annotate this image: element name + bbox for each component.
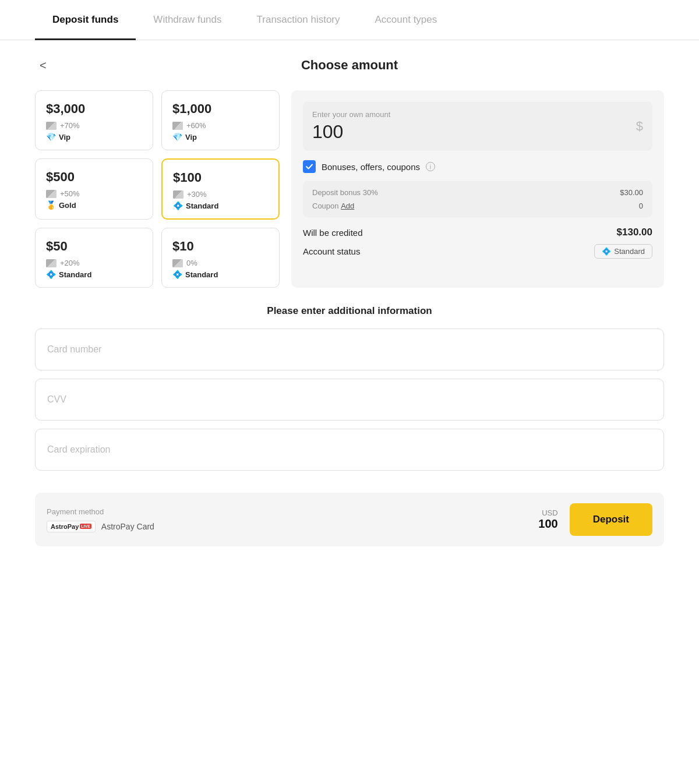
tier-row: 🥇 Gold <box>46 200 142 210</box>
tier-row: 💎 Vip <box>172 132 269 142</box>
payment-amount-block: USD 100 Deposit <box>538 503 652 536</box>
astropay-row: AstroPay LIVE AstroPay Card <box>47 521 154 532</box>
bonus-icon <box>172 259 183 267</box>
credited-value: $130.00 <box>617 227 652 238</box>
bonus-row: +60% <box>172 121 269 130</box>
tier-row: 💠 Standard <box>46 270 142 279</box>
deposit-button[interactable]: Deposit <box>570 503 652 536</box>
cvv-input[interactable] <box>35 379 664 421</box>
bonus-row: 0% <box>172 259 269 267</box>
live-badge: LIVE <box>80 524 91 529</box>
bonus-details: Deposit bonus 30% $30.00 Coupon Add 0 <box>303 181 652 217</box>
right-panel: Enter your own amount 100 $ Bonuses, off… <box>291 90 664 288</box>
credited-row: Will be credited $130.00 <box>303 227 652 238</box>
coupon-label: Coupon Add <box>312 202 354 210</box>
amount-card-10[interactable]: $10 0% 💠 Standard <box>161 228 280 288</box>
amount-value: $500 <box>46 169 142 185</box>
page-title: Choose amount <box>301 58 398 73</box>
currency-label: USD <box>538 508 557 517</box>
card-number-input[interactable] <box>35 329 664 370</box>
tier-label: Vip <box>185 133 197 142</box>
custom-amount-value: 100 <box>312 121 643 143</box>
payment-amount: 100 <box>538 517 557 531</box>
tier-row: 💠 Standard <box>172 270 269 279</box>
payment-method-info: Payment method AstroPay LIVE AstroPay Ca… <box>47 507 154 532</box>
coupon-add-link[interactable]: Add <box>341 202 354 210</box>
card-expiration-input[interactable] <box>35 429 664 471</box>
bonus-row: +70% <box>46 121 142 130</box>
custom-amount-label: Enter your own amount <box>312 110 643 119</box>
amount-value: $1,000 <box>172 101 269 116</box>
tab-deposit[interactable]: Deposit funds <box>35 0 136 40</box>
tier-row: 💎 Vip <box>46 132 142 142</box>
tier-label: Standard <box>59 270 91 279</box>
bonus-icon <box>46 259 57 267</box>
usd-block: USD 100 <box>538 508 557 531</box>
amount-value: $100 <box>173 170 268 185</box>
main-content: < Choose amount $3,000 +70% 💎 Vip $1,000 <box>0 40 699 564</box>
additional-section: Please enter additional information <box>35 305 664 479</box>
credited-label: Will be credited <box>303 228 363 238</box>
bonus-percent: +70% <box>60 121 80 130</box>
nav-tabs: Deposit funds Withdraw funds Transaction… <box>0 0 699 40</box>
bonuses-label: Bonuses, offers, coupons <box>322 162 420 172</box>
amount-grid: $3,000 +70% 💎 Vip $1,000 +60% 💎 <box>35 90 280 288</box>
amount-card-1000[interactable]: $1,000 +60% 💎 Vip <box>161 90 280 150</box>
tier-label: Standard <box>186 202 218 210</box>
status-badge-icon: 💠 <box>602 247 611 256</box>
amount-value: $3,000 <box>46 101 142 116</box>
deposit-bonus-label: Deposit bonus 30% <box>312 188 378 197</box>
dollar-sign: $ <box>636 119 643 134</box>
bonuses-checkbox[interactable] <box>303 160 316 173</box>
bonus-row: +50% <box>46 189 142 198</box>
astropay-name: AstroPay Card <box>101 522 154 531</box>
checkbox-row: Bonuses, offers, coupons i <box>303 160 652 173</box>
info-icon[interactable]: i <box>426 162 435 171</box>
header-row: < Choose amount <box>35 58 664 73</box>
status-label: Account status <box>303 246 360 256</box>
bonus-row: +30% <box>173 190 268 199</box>
bonus-percent: +50% <box>60 189 80 198</box>
deposit-bonus-value: $30.00 <box>620 188 643 197</box>
standard-icon: 💠 <box>46 270 56 279</box>
payment-footer: Payment method AstroPay LIVE AstroPay Ca… <box>35 493 664 546</box>
coupon-row: Coupon Add 0 <box>312 202 643 210</box>
gold-icon: 🥇 <box>46 200 56 210</box>
bonus-icon <box>172 122 183 130</box>
back-button[interactable]: < <box>35 56 51 75</box>
coupon-value: 0 <box>639 202 643 210</box>
amount-value: $10 <box>172 239 269 254</box>
tab-account-types[interactable]: Account types <box>358 0 455 40</box>
diamond-icon: 💎 <box>172 132 182 142</box>
status-badge: 💠 Standard <box>594 244 652 259</box>
tier-row: 💠 Standard <box>173 201 268 210</box>
bonus-percent: +30% <box>187 190 207 199</box>
bonus-icon <box>46 122 57 130</box>
amount-card-50[interactable]: $50 +20% 💠 Standard <box>35 228 153 288</box>
bonus-percent: 0% <box>186 259 197 267</box>
additional-title: Please enter additional information <box>35 305 664 317</box>
astropay-brand-text: AstroPay <box>51 523 79 530</box>
amount-card-500[interactable]: $500 +50% 🥇 Gold <box>35 158 153 220</box>
bonus-row: +20% <box>46 259 142 267</box>
tier-label: Gold <box>59 201 76 210</box>
custom-amount-box[interactable]: Enter your own amount 100 $ <box>303 102 652 151</box>
bonus-icon <box>173 190 183 199</box>
status-row: Account status 💠 Standard <box>303 244 652 259</box>
payment-method-label: Payment method <box>47 507 154 516</box>
amount-card-100[interactable]: $100 +30% 💠 Standard <box>161 158 280 220</box>
bonus-percent: +20% <box>60 259 80 267</box>
amount-value: $50 <box>46 239 142 254</box>
tab-transaction-history[interactable]: Transaction history <box>239 0 358 40</box>
standard-icon: 💠 <box>173 201 183 210</box>
bonus-percent: +60% <box>186 121 206 130</box>
bonus-icon <box>46 190 57 198</box>
deposit-bonus-row: Deposit bonus 30% $30.00 <box>312 188 643 197</box>
tab-withdraw[interactable]: Withdraw funds <box>136 0 239 40</box>
standard-icon: 💠 <box>172 270 182 279</box>
diamond-icon: 💎 <box>46 132 56 142</box>
astropay-logo: AstroPay LIVE <box>47 521 96 532</box>
amount-section: $3,000 +70% 💎 Vip $1,000 +60% 💎 <box>35 90 664 288</box>
tier-label: Vip <box>59 133 70 142</box>
amount-card-3000[interactable]: $3,000 +70% 💎 Vip <box>35 90 153 150</box>
